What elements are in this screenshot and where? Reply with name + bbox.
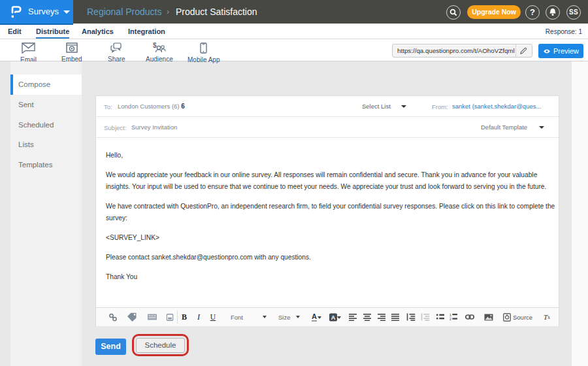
svg-text:A: A — [331, 314, 336, 320]
svg-text:2: 2 — [449, 317, 451, 321]
svg-text:1: 1 — [449, 313, 451, 317]
svg-text:$: $ — [153, 42, 157, 49]
